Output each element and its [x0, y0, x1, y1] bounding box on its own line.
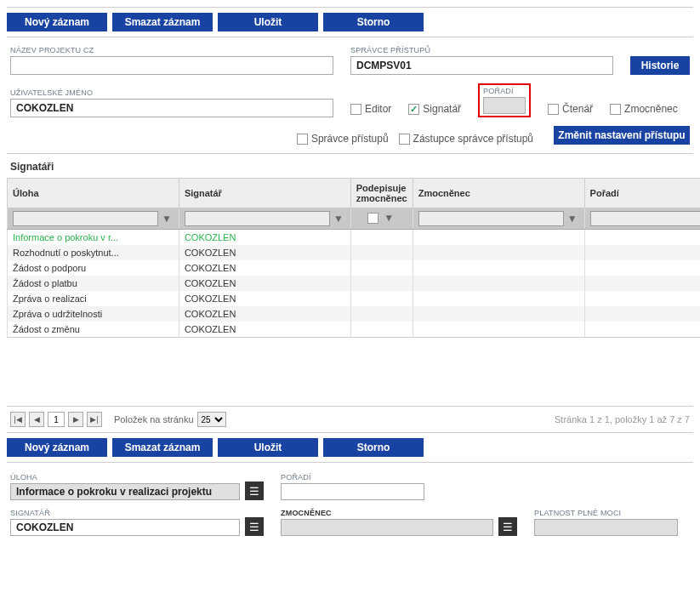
cell-signatar: COKOZLEN: [179, 230, 350, 246]
cell-uloha: Žádost o platbu: [8, 276, 179, 291]
col-zmocnenec[interactable]: Zmocněnec: [413, 179, 584, 208]
pager-first-button[interactable]: |◀: [10, 412, 26, 427]
cell-podepisuje: [350, 291, 413, 306]
pager-next-button[interactable]: ▶: [68, 412, 83, 427]
cell-zmocnenec: [413, 230, 584, 246]
delete-record-button[interactable]: Smazat záznam: [112, 13, 213, 31]
cell-podepisuje: [350, 306, 413, 322]
pager-last-button[interactable]: ▶|: [87, 412, 102, 427]
editor-checkbox[interactable]: [350, 104, 361, 115]
signatar-input-bottom[interactable]: [10, 519, 240, 536]
cancel-button[interactable]: Storno: [323, 13, 424, 31]
col-signatar[interactable]: Signatář: [179, 179, 350, 208]
signatar-label-bottom: SIGNATÁŘ: [10, 509, 240, 517]
pager-page-input[interactable]: [48, 412, 65, 427]
cell-poradi: [584, 245, 700, 260]
cell-poradi: [584, 276, 700, 291]
zmocnenec-label-bottom: ZMOCNĚNEC: [281, 509, 493, 517]
username-input[interactable]: [10, 99, 333, 117]
history-button[interactable]: Historie: [630, 56, 690, 75]
table-row[interactable]: Informace o pokroku v r...COKOZLEN: [8, 230, 701, 246]
cell-uloha: Zpráva o udržitelnosti: [8, 306, 179, 322]
signatories-table: Úloha Signatář Podepisuje zmocněnec Zmoc…: [7, 178, 700, 338]
col-poradi[interactable]: Pořadí: [584, 179, 700, 208]
delete-record-button-bottom[interactable]: Smazat záznam: [112, 438, 213, 457]
zmocnenec-lookup-button[interactable]: ☰: [498, 517, 517, 536]
editor-label: Editor: [365, 103, 391, 115]
cell-poradi: [584, 260, 700, 276]
access-admin-label: SPRÁVCE PŘÍSTUPŮ: [350, 46, 613, 54]
filter-icon[interactable]: ▼: [382, 212, 396, 224]
cell-zmocnenec: [413, 291, 584, 306]
order-highlight: POŘADÍ: [478, 83, 531, 117]
order-input[interactable]: [483, 97, 526, 114]
new-record-button-bottom[interactable]: Nový záznam: [7, 438, 107, 457]
reader-checkbox[interactable]: [548, 104, 559, 115]
filter-zmocnenec[interactable]: [418, 211, 564, 226]
access-form: NÁZEV PROJEKTU CZ SPRÁVCE PŘÍSTUPŮ Histo…: [7, 37, 693, 154]
deputy-admin-label: Zástupce správce přístupů: [413, 133, 533, 145]
cell-signatar: COKOZLEN: [179, 306, 350, 322]
pager-info: Stránka 1 z 1, položky 1 až 7 z 7: [555, 414, 690, 425]
table-row[interactable]: Žádost o podporuCOKOZLEN: [8, 260, 701, 276]
uloha-lookup-button[interactable]: ☰: [245, 481, 264, 500]
top-toolbar: Nový záznam Smazat záznam Uložit Storno: [7, 7, 693, 37]
page-size-select[interactable]: 25: [197, 412, 226, 427]
new-record-button[interactable]: Nový záznam: [7, 13, 107, 31]
cell-podepisuje: [350, 230, 413, 246]
signatory-checkbox[interactable]: [408, 104, 419, 115]
filter-icon[interactable]: ▼: [566, 213, 579, 225]
cell-poradi: [584, 291, 700, 306]
filter-uloha[interactable]: [13, 211, 158, 226]
filter-signatar[interactable]: [185, 211, 330, 226]
save-button-bottom[interactable]: Uložit: [218, 438, 318, 457]
cell-signatar: COKOZLEN: [179, 291, 350, 306]
agent-label: Zmocněnec: [624, 103, 678, 115]
cell-zmocnenec: [413, 245, 584, 260]
poradi-input-bottom[interactable]: [281, 483, 424, 500]
reader-label: Čtenář: [562, 103, 593, 115]
cancel-button-bottom[interactable]: Storno: [323, 438, 424, 457]
cell-signatar: COKOZLEN: [179, 322, 350, 338]
save-button[interactable]: Uložit: [218, 13, 318, 31]
filter-icon[interactable]: ▼: [160, 213, 174, 225]
project-name-label: NÁZEV PROJEKTU CZ: [10, 46, 333, 54]
cell-zmocnenec: [413, 260, 584, 276]
cell-uloha: Informace o pokroku v r...: [8, 230, 179, 246]
table-row[interactable]: Rozhodnutí o poskytnut...COKOZLEN: [8, 245, 701, 260]
order-label: POŘADÍ: [483, 87, 526, 95]
cell-podepisuje: [350, 276, 413, 291]
access-admin-input[interactable]: [350, 56, 613, 75]
deputy-admin-checkbox[interactable]: [399, 134, 410, 145]
username-label: UŽIVATELSKÉ JMÉNO: [10, 88, 333, 97]
cell-signatar: COKOZLEN: [179, 276, 350, 291]
filter-poradi[interactable]: [590, 211, 700, 226]
uloha-input-bottom[interactable]: [10, 483, 240, 500]
table-row[interactable]: Zpráva o realizaciCOKOZLEN: [8, 291, 701, 306]
admin-label: Správce přístupů: [311, 133, 389, 145]
table-row[interactable]: Zpráva o udržitelnostiCOKOZLEN: [8, 306, 701, 322]
col-podepisuje[interactable]: Podepisuje zmocněnec: [350, 179, 413, 208]
signatory-label: Signatář: [423, 103, 461, 115]
cell-uloha: Zpráva o realizaci: [8, 291, 179, 306]
cell-podepisuje: [350, 260, 413, 276]
table-row[interactable]: Žádost o změnuCOKOZLEN: [8, 322, 701, 338]
change-settings-button[interactable]: Změnit nastavení přístupu: [554, 126, 690, 145]
cell-signatar: COKOZLEN: [179, 245, 350, 260]
zmocnenec-input-bottom[interactable]: [281, 519, 493, 536]
admin-checkbox[interactable]: [297, 134, 308, 145]
table-row[interactable]: Žádost o platbuCOKOZLEN: [8, 276, 701, 291]
signatar-lookup-button[interactable]: ☰: [245, 517, 264, 536]
agent-checkbox[interactable]: [610, 104, 621, 115]
filter-podepisuje-checkbox[interactable]: [367, 213, 378, 224]
filter-icon[interactable]: ▼: [332, 213, 345, 225]
bottom-form: ÚLOHA ☰ POŘADÍ SIGNATÁŘ ☰ ZMOCNĚNEC ☰ PL…: [7, 463, 693, 548]
platnost-input[interactable]: [534, 519, 678, 536]
cell-zmocnenec: [413, 322, 584, 338]
project-name-input[interactable]: [10, 56, 333, 75]
cell-signatar: COKOZLEN: [179, 260, 350, 276]
col-uloha[interactable]: Úloha: [8, 179, 179, 208]
pager-prev-button[interactable]: ◀: [29, 412, 44, 427]
cell-zmocnenec: [413, 276, 584, 291]
platnost-label: PLATNOST PLNÉ MOCI: [534, 509, 678, 517]
